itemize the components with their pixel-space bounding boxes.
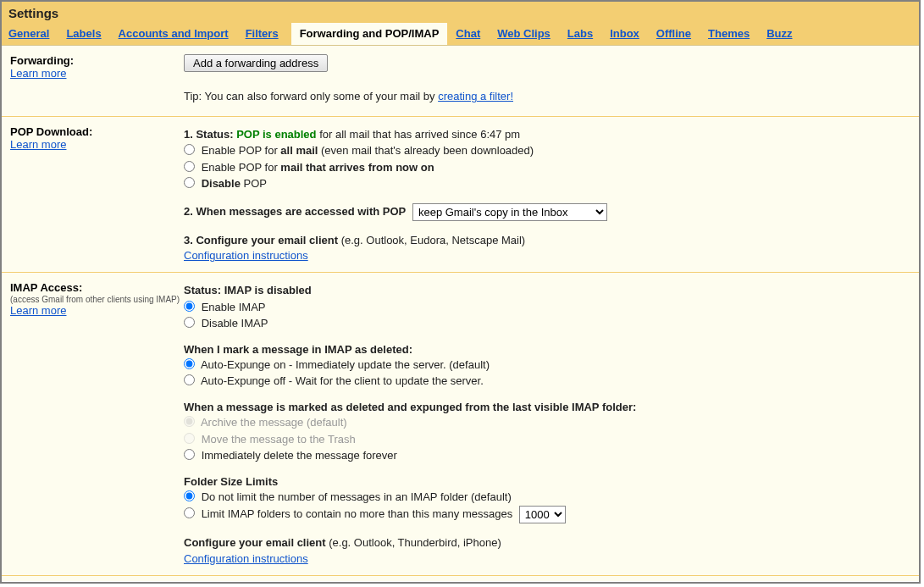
- imap-delete-forever-radio[interactable]: [184, 449, 195, 460]
- pop-status-row: 1. Status: POP is enabled for all mail t…: [184, 127, 910, 142]
- imap-delete-heading: When I mark a message in IMAP as deleted…: [184, 343, 910, 356]
- imap-enable-option[interactable]: Enable IMAP: [184, 301, 266, 313]
- imap-status: Status: IMAP is disabled: [184, 283, 910, 298]
- tab-labs[interactable]: Labs: [567, 25, 593, 45]
- section-forwarding: Forwarding: Learn more Add a forwarding …: [2, 46, 919, 117]
- imap-learn-more-link[interactable]: Learn more: [10, 304, 66, 317]
- tab-general[interactable]: General: [8, 25, 49, 45]
- imap-trash-option[interactable]: Move the message to the Trash: [184, 433, 356, 446]
- imap-title: IMAP Access:: [10, 281, 184, 294]
- pop-enable-now-option[interactable]: Enable POP for mail that arrives from no…: [184, 161, 434, 174]
- section-pop: POP Download: Learn more 1. Status: POP …: [2, 117, 919, 274]
- pop-disable-radio[interactable]: [184, 177, 195, 188]
- pop-config-instructions-link[interactable]: Configuration instructions: [184, 249, 308, 262]
- tab-labels[interactable]: Labels: [66, 25, 101, 45]
- imap-expunge-off-option[interactable]: Auto-Expunge off - Wait for the client t…: [184, 374, 484, 387]
- pop-enable-all-option[interactable]: Enable POP for all mail (even mail that'…: [184, 144, 534, 157]
- forwarding-learn-more-link[interactable]: Learn more: [10, 67, 66, 80]
- settings-tabs: General Labels Accounts and Import Filte…: [2, 23, 919, 45]
- imap-folder-limit-select[interactable]: 1000: [519, 506, 566, 523]
- settings-content: Forwarding: Learn more Add a forwarding …: [2, 46, 919, 581]
- imap-expunge-off-radio[interactable]: [184, 374, 195, 385]
- imap-folder-limit-option[interactable]: Limit IMAP folders to contain no more th…: [184, 507, 516, 520]
- section-imap: IMAP Access: (access Gmail from other cl…: [2, 273, 919, 574]
- pop-access-label: 2. When messages are accessed with POP: [184, 205, 406, 218]
- imap-archive-option[interactable]: Archive the message (default): [184, 416, 347, 429]
- pop-access-select[interactable]: keep Gmail's copy in the Inbox: [412, 203, 607, 221]
- tab-chat[interactable]: Chat: [456, 25, 480, 45]
- imap-enable-radio[interactable]: [184, 301, 195, 312]
- imap-folder-nolimit-radio[interactable]: [184, 490, 195, 501]
- add-forwarding-address-button[interactable]: Add a forwarding address: [184, 54, 328, 72]
- imap-expunge-on-radio[interactable]: [184, 358, 195, 369]
- pop-learn-more-link[interactable]: Learn more: [10, 138, 66, 151]
- settings-window: Settings General Labels Accounts and Imp…: [0, 0, 921, 584]
- tab-buzz[interactable]: Buzz: [766, 25, 792, 45]
- imap-folder-heading: Folder Size Limits: [184, 475, 910, 488]
- tab-offline[interactable]: Offline: [656, 25, 691, 45]
- imap-folder-limit-radio[interactable]: [184, 507, 195, 518]
- imap-folder-nolimit-option[interactable]: Do not limit the number of messages in a…: [184, 490, 512, 503]
- imap-expunge-on-option[interactable]: Auto-Expunge on - Immediately update the…: [184, 358, 490, 371]
- pop-title: POP Download:: [10, 125, 184, 138]
- imap-disable-option[interactable]: Disable IMAP: [184, 317, 268, 329]
- imap-expunge-heading: When a message is marked as deleted and …: [184, 401, 910, 413]
- create-filter-link[interactable]: creating a filter!: [438, 90, 513, 102]
- imap-subtitle: (access Gmail from other clients using I…: [10, 295, 184, 304]
- tab-inbox[interactable]: Inbox: [610, 25, 639, 45]
- forwarding-title: Forwarding:: [10, 54, 184, 67]
- settings-header: Settings General Labels Accounts and Imp…: [2, 2, 919, 46]
- page-title: Settings: [2, 2, 919, 23]
- tab-filters[interactable]: Filters: [246, 25, 279, 45]
- forwarding-tip: Tip: You can also forward only some of y…: [184, 89, 910, 104]
- imap-disable-radio[interactable]: [184, 317, 195, 328]
- imap-trash-radio[interactable]: [184, 433, 195, 444]
- footer-buttons: Save Changes Cancel: [2, 575, 919, 581]
- pop-enable-now-radio[interactable]: [184, 161, 195, 172]
- imap-delete-forever-option[interactable]: Immediately delete the message forever: [184, 449, 397, 462]
- pop-enable-all-radio[interactable]: [184, 144, 195, 155]
- tab-webclips[interactable]: Web Clips: [497, 25, 551, 45]
- tab-themes[interactable]: Themes: [708, 25, 750, 45]
- tab-forwarding[interactable]: Forwarding and POP/IMAP: [291, 23, 448, 45]
- pop-status-value: POP is enabled: [236, 128, 316, 141]
- pop-disable-option[interactable]: Disable POP: [184, 177, 267, 190]
- imap-config-instructions-link[interactable]: Configuration instructions: [184, 552, 308, 565]
- tab-accounts[interactable]: Accounts and Import: [119, 25, 229, 45]
- imap-archive-radio[interactable]: [184, 416, 195, 427]
